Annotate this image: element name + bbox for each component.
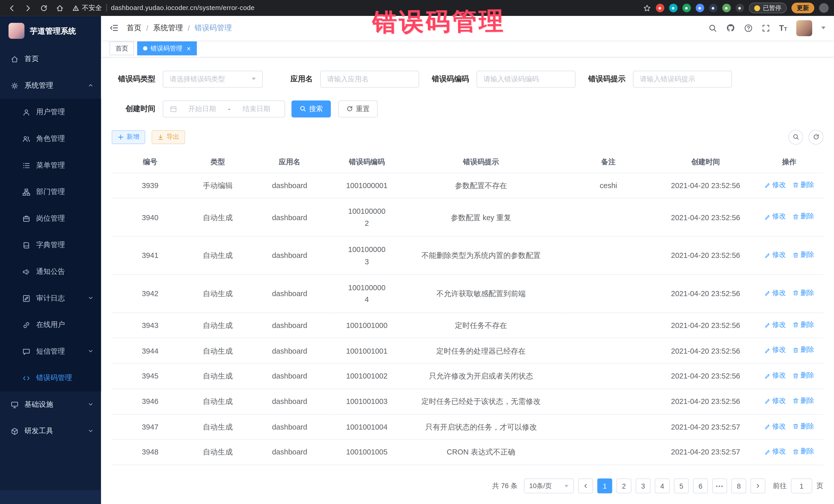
column-header[interactable]: 编号 bbox=[112, 151, 189, 173]
column-header[interactable]: 类型 bbox=[189, 151, 247, 173]
edit-link[interactable]: 修改 bbox=[764, 212, 786, 222]
add-button[interactable]: 新增 bbox=[112, 130, 145, 144]
delete-link[interactable]: 删除 bbox=[792, 421, 814, 431]
sidebar-fold-icon[interactable] bbox=[110, 24, 118, 32]
sidebar-item-menu[interactable]: 菜单管理 bbox=[0, 152, 101, 179]
more-pages-button[interactable]: ••• bbox=[712, 479, 727, 494]
breadcrumb-home[interactable]: 首页 bbox=[127, 23, 141, 33]
ext-check-icon[interactable] bbox=[682, 4, 690, 12]
bookmark-star-icon[interactable] bbox=[643, 4, 651, 12]
column-header[interactable]: 备注 bbox=[561, 151, 656, 173]
delete-link[interactable]: 删除 bbox=[792, 212, 814, 222]
reset-button[interactable]: 重置 bbox=[338, 100, 377, 117]
page-button-3[interactable]: 3 bbox=[636, 479, 651, 494]
ext-puzzle-icon[interactable] bbox=[736, 4, 744, 12]
search-button[interactable]: 搜索 bbox=[291, 100, 331, 117]
sidebar-item-dict[interactable]: 字典管理 bbox=[0, 232, 101, 258]
ext-record-icon[interactable] bbox=[656, 4, 664, 12]
start-date-input[interactable] bbox=[180, 105, 224, 113]
breadcrumb-system[interactable]: 系统管理 bbox=[153, 23, 183, 33]
tag-home[interactable]: 首页 bbox=[110, 42, 134, 56]
delete-link[interactable]: 删除 bbox=[792, 371, 814, 380]
app-name-input[interactable] bbox=[327, 75, 412, 83]
sidebar-collapse-bar[interactable] bbox=[0, 490, 101, 504]
ext-leaf-icon[interactable] bbox=[722, 4, 730, 12]
font-size-icon[interactable]: TT bbox=[779, 24, 787, 32]
delete-link[interactable]: 删除 bbox=[792, 320, 814, 330]
edit-link[interactable]: 修改 bbox=[764, 421, 786, 431]
browser-home-icon[interactable] bbox=[53, 2, 66, 14]
avatar-caret-down-icon[interactable] bbox=[821, 27, 826, 29]
error-type-select[interactable]: 请选择错误码类型 bbox=[163, 70, 263, 88]
sidebar-item-sms[interactable]: 短信管理 bbox=[0, 338, 101, 365]
page-button-1[interactable]: 1 bbox=[597, 479, 612, 494]
sidebar-item-system[interactable]: 系统管理 bbox=[0, 72, 101, 99]
export-button[interactable]: 导出 bbox=[152, 130, 185, 144]
edit-link[interactable]: 修改 bbox=[764, 288, 786, 298]
page-button-6[interactable]: 6 bbox=[693, 479, 708, 494]
page-size-select[interactable]: 10条/页 bbox=[524, 479, 574, 494]
edit-link[interactable]: 修改 bbox=[764, 447, 786, 457]
edit-link[interactable]: 修改 bbox=[764, 180, 786, 190]
column-header[interactable]: 创建时间 bbox=[656, 151, 755, 173]
delete-link[interactable]: 删除 bbox=[792, 250, 814, 260]
column-header[interactable]: 操作 bbox=[755, 151, 823, 173]
sidebar-item-notice[interactable]: 通知公告 bbox=[0, 258, 101, 285]
sidebar-item-infra[interactable]: 基础设施 bbox=[0, 391, 101, 418]
sidebar-item-home[interactable]: 首页 bbox=[0, 46, 101, 72]
sidebar-item-dept[interactable]: 部门管理 bbox=[0, 179, 101, 205]
browser-forward-icon[interactable] bbox=[21, 2, 34, 14]
edit-link[interactable]: 修改 bbox=[764, 345, 786, 355]
delete-link[interactable]: 删除 bbox=[792, 180, 814, 190]
ext-grid-icon[interactable] bbox=[696, 4, 704, 12]
delete-link[interactable]: 删除 bbox=[792, 396, 814, 406]
header-search-icon[interactable] bbox=[708, 24, 717, 32]
column-header[interactable]: 应用名 bbox=[247, 151, 332, 173]
edit-link[interactable]: 修改 bbox=[764, 396, 786, 406]
sidebar-item-audit-log[interactable]: 审计日志 bbox=[0, 285, 101, 311]
sidebar-item-dev-tools[interactable]: 研发工具 bbox=[0, 418, 101, 444]
fullscreen-icon[interactable] bbox=[762, 24, 770, 32]
end-date-input[interactable] bbox=[235, 105, 278, 113]
delete-link[interactable]: 删除 bbox=[792, 288, 814, 298]
tag-close-icon[interactable]: × bbox=[187, 45, 191, 52]
browser-reload-icon[interactable] bbox=[37, 2, 50, 14]
page-button-8[interactable]: 8 bbox=[731, 479, 746, 494]
tag-error-code[interactable]: 错误码管理 × bbox=[137, 42, 197, 56]
error-hint-input[interactable] bbox=[640, 75, 725, 83]
browser-back-icon[interactable] bbox=[5, 2, 18, 14]
sidebar-item-online-user[interactable]: 在线用户 bbox=[0, 311, 101, 338]
goto-page-input[interactable] bbox=[791, 479, 812, 494]
ext-on-icon[interactable] bbox=[709, 4, 717, 12]
help-icon[interactable] bbox=[744, 24, 752, 32]
ext-drop-icon[interactable] bbox=[669, 4, 677, 12]
address-bar[interactable]: 不安全 dashboard.yudao.iocoder.cn/system/er… bbox=[72, 3, 255, 12]
sidebar-item-post[interactable]: 岗位管理 bbox=[0, 205, 101, 232]
edit-link[interactable]: 修改 bbox=[764, 371, 786, 380]
sidebar-item-error-code[interactable]: 错误码管理 bbox=[0, 365, 101, 391]
page-button-4[interactable]: 4 bbox=[655, 479, 670, 494]
page-button-5[interactable]: 5 bbox=[674, 479, 689, 494]
create-time-range-picker[interactable]: - bbox=[163, 100, 285, 117]
delete-link[interactable]: 删除 bbox=[792, 447, 814, 457]
refresh-table-button[interactable] bbox=[809, 130, 824, 145]
tags-view-bar: 首页 错误码管理 × bbox=[101, 40, 834, 57]
error-code-input[interactable] bbox=[483, 75, 569, 83]
toggle-search-button[interactable] bbox=[788, 130, 803, 145]
browser-profile-icon[interactable] bbox=[819, 3, 829, 13]
column-header[interactable]: 错误码提示 bbox=[401, 151, 561, 173]
edit-link[interactable]: 修改 bbox=[764, 250, 786, 260]
edit-link[interactable]: 修改 bbox=[764, 320, 786, 330]
page-button-2[interactable]: 2 bbox=[616, 479, 631, 494]
paused-badge[interactable]: 已暂停 bbox=[749, 3, 787, 13]
browser-update-button[interactable]: 更新 bbox=[791, 3, 814, 13]
sidebar-item-label: 通知公告 bbox=[36, 267, 65, 277]
prev-page-button[interactable] bbox=[578, 479, 593, 494]
sidebar-item-user[interactable]: 用户管理 bbox=[0, 99, 101, 126]
delete-link[interactable]: 删除 bbox=[792, 345, 814, 355]
sidebar-item-role[interactable]: 角色管理 bbox=[0, 126, 101, 152]
user-avatar[interactable] bbox=[796, 20, 812, 36]
next-page-button[interactable] bbox=[751, 479, 766, 494]
column-header[interactable]: 错误码编码 bbox=[332, 151, 401, 173]
github-icon[interactable] bbox=[726, 24, 735, 32]
